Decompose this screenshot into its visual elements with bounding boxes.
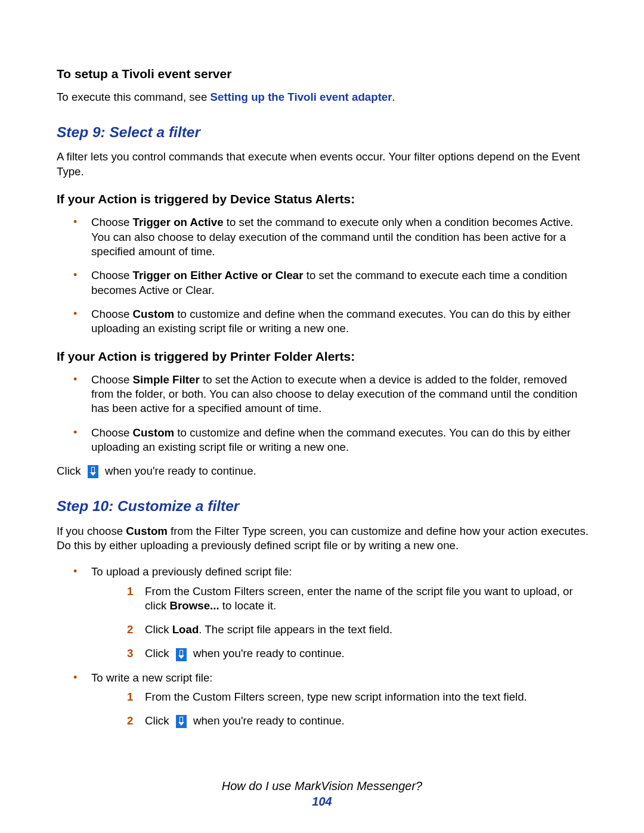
- upload-steps: From the Custom Filters screen, enter th…: [91, 584, 590, 661]
- step9-sub2-heading: If your Action is triggered by Printer F…: [57, 348, 590, 364]
- list-item: Choose Trigger on Active to set the comm…: [57, 215, 590, 259]
- write-steps: From the Custom Filters screen, type new…: [91, 690, 590, 729]
- step9-sub2-list: Choose Simple Filter to set the Action t…: [57, 373, 590, 455]
- num-item: From the Custom Filters screen, type new…: [91, 690, 590, 704]
- next-icon: [176, 715, 187, 728]
- section-heading-tivoli: To setup a Tivoli event server: [57, 66, 590, 82]
- link-tivoli-adapter[interactable]: Setting up the Tivoli event adapter: [210, 91, 392, 103]
- document-page: To setup a Tivoli event server To execut…: [0, 0, 644, 833]
- list-item: Choose Trigger on Either Active or Clear…: [57, 268, 590, 298]
- step9-heading: Step 9: Select a filter: [57, 123, 590, 142]
- step9-intro: A filter lets you control commands that …: [57, 150, 590, 179]
- next-icon: [176, 648, 187, 661]
- section-body-tivoli: To execute this command, see Setting up …: [57, 90, 590, 104]
- num-item: Click Load. The script file appears in t…: [91, 623, 590, 637]
- list-item: To upload a previously defined script fi…: [57, 565, 590, 661]
- num-item: Click when you're ready to continue.: [91, 646, 590, 661]
- num-item: Click when you're ready to continue.: [91, 714, 590, 728]
- step10-intro: If you choose Custom from the Filter Typ…: [57, 524, 590, 553]
- next-icon: [88, 465, 98, 478]
- page-footer: How do I use MarkVision Messenger? 104: [0, 778, 644, 809]
- page-number: 104: [0, 794, 644, 809]
- text: .: [392, 91, 395, 103]
- list-item: To write a new script file: From the Cus…: [57, 671, 590, 729]
- step10-heading: Step 10: Customize a filter: [57, 497, 590, 516]
- step9-sub1-heading: If your Action is triggered by Device St…: [57, 191, 590, 207]
- list-item: Choose Simple Filter to set the Action t…: [57, 373, 590, 416]
- step9-click-line: Click when you're ready to continue.: [57, 464, 590, 478]
- list-item: Choose Custom to customize and define wh…: [57, 307, 590, 336]
- list-item: Choose Custom to customize and define wh…: [57, 426, 590, 455]
- footer-title: How do I use MarkVision Messenger?: [222, 779, 422, 792]
- step10-upload-block: To upload a previously defined script fi…: [57, 565, 590, 729]
- text: To execute this command, see: [57, 91, 210, 103]
- num-item: From the Custom Filters screen, enter th…: [91, 584, 590, 614]
- step9-sub1-list: Choose Trigger on Active to set the comm…: [57, 215, 590, 336]
